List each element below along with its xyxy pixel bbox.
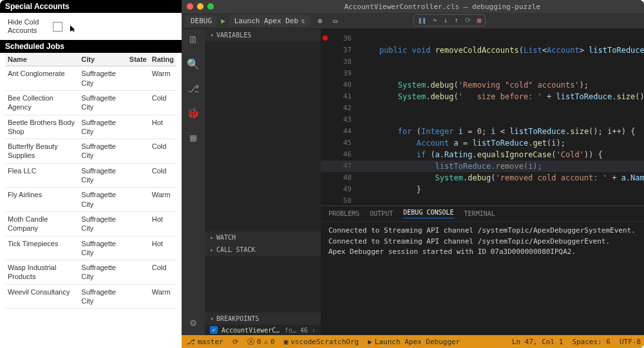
status-encoding[interactable]: UTF-8 [620,338,641,346]
vscode-window: AccountViewerController.cls — debugging-… [182,0,644,348]
scheduled-jobs-header: Scheduled Jobs [0,40,182,53]
watch-section[interactable]: ▸WATCH [205,231,321,244]
breakpoint-glyph-icon[interactable] [323,35,328,41]
breakpoint-checkbox[interactable]: ✓ [210,326,218,334]
debug-sidebar: ▾VARIABLES ▸WATCH ▸CALL STACK ▾BREAKPOIN… [205,29,321,335]
source-control-icon[interactable]: ⎇ [187,82,200,95]
col-state[interactable]: State [127,53,149,66]
start-debug-icon[interactable]: ▶ [221,17,225,25]
table-row[interactable]: Beetle Brothers Body ShopSuffragette Cit… [5,115,176,139]
launch-config-dropdown[interactable]: Launch Apex Deb ⇅ [229,15,310,26]
restart-icon[interactable]: ⟳ [465,16,471,24]
status-spaces[interactable]: Spaces: 6 [572,338,611,346]
col-rating[interactable]: Rating [149,53,176,66]
status-lncol[interactable]: Ln 47, Col 1 [512,338,563,346]
status-sync[interactable]: ⟳ [232,338,238,346]
status-launch[interactable]: ▶ Launch Apex Debugger [368,338,460,346]
variables-section[interactable]: ▾VARIABLES [205,29,321,41]
hide-cold-row: Hide Cold Accounts [0,13,182,40]
hide-cold-label: Hide Cold Accounts [8,18,46,35]
col-city[interactable]: City [79,53,127,66]
tab-debug-console[interactable]: DEBUG CONSOLE [403,209,453,218]
search-icon[interactable]: 🔍 [187,57,200,70]
special-accounts-header: Special Accounts [0,0,182,13]
step-over-icon[interactable]: ↷ [433,16,437,24]
debug-console-icon[interactable]: ▭ [330,17,341,25]
breakpoints-section[interactable]: ▾BREAKPOINTS [205,313,321,325]
debug-config-label[interactable]: DEBUG [185,15,217,26]
stop-icon[interactable]: ■ [477,16,482,24]
debug-settings-icon[interactable]: ⚙ [314,17,326,25]
tab-output[interactable]: OUTPUT [370,210,393,217]
activity-bar: 🗎 🔍 ⎇ 🐞 ▦ ⚙ [182,29,205,335]
chevron-right-icon[interactable]: › [312,327,316,334]
mouse-cursor-icon [70,25,77,32]
table-row[interactable]: Tick TimepiecesSuffragette CityHot [5,236,176,260]
status-org[interactable]: ▣ vscodeScratchOrg [284,338,359,346]
table-row[interactable]: Bee Collection AgencySuffragette CityCol… [5,90,176,115]
table-row[interactable]: Flea LLCSuffragette CityCold [5,163,176,188]
explorer-icon[interactable]: 🗎 [187,33,200,46]
accounts-table: Name City State Rating Ant ConglomerateS… [5,53,176,309]
table-row[interactable]: Wasp Industrial ProductsSuffragette City… [5,260,176,285]
tab-terminal[interactable]: TERMINAL [464,210,495,217]
window-title: AccountViewerController.cls — debugging-… [182,3,644,11]
breakpoint-item[interactable]: ✓ AccountViewerController.cls fo… 46 › [205,325,321,335]
extensions-icon[interactable]: ▦ [187,131,200,144]
debug-floating-controls[interactable]: ❚❚ ↷ ↓ ↑ ⟳ ■ [413,14,486,26]
step-out-icon[interactable]: ↑ [454,16,459,24]
debug-icon[interactable]: 🐞 [187,106,200,119]
settings-gear-icon[interactable]: ⚙ [187,316,200,329]
bottom-panel: PROBLEMS OUTPUT DEBUG CONSOLE TERMINAL ≡… [321,206,644,335]
code-editor[interactable]: 3637383940414243444546474849505152535455… [321,29,644,206]
col-name[interactable]: Name [5,53,79,66]
web-panel: Special Accounts Hide Cold Accounts Sche… [0,0,182,348]
debug-console-output[interactable]: Connected to Streaming API channel /syst… [321,222,644,335]
status-bar: ⎇ master ⟳ ⓧ 0 ⚠ 0 ▣ vscodeScratchOrg ▶ … [182,335,644,348]
callstack-section[interactable]: ▸CALL STACK [205,244,321,256]
table-row[interactable]: Ant ConglomerateSuffragette CityWarm [5,66,176,91]
titlebar: AccountViewerController.cls — debugging-… [182,0,644,13]
table-row[interactable]: Butterfly Beauty SuppliesSuffragette Cit… [5,139,176,164]
hide-cold-checkbox[interactable] [53,22,62,32]
table-row[interactable]: Moth Candle CompanySuffragette CityHot [5,211,176,236]
status-branch[interactable]: ⎇ master [187,338,223,346]
status-errors[interactable]: ⓧ 0 ⚠ 0 [247,337,275,347]
step-into-icon[interactable]: ↓ [444,16,448,24]
tab-problems[interactable]: PROBLEMS [328,210,359,217]
table-row[interactable]: Weevil ConsultancySuffragette CityWarm [5,284,176,309]
table-row[interactable]: Fly AirlinesSuffragette CityWarm [5,188,176,212]
pause-icon[interactable]: ❚❚ [418,16,426,24]
